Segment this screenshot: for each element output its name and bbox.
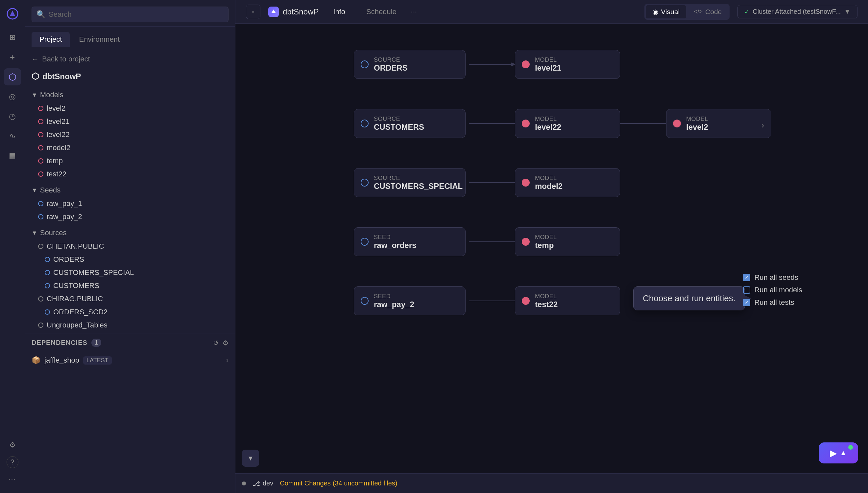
- model-test22-type: Model: [535, 293, 558, 300]
- project-name: dbtSnowP: [42, 72, 81, 81]
- clock-icon[interactable]: ◷: [4, 108, 21, 125]
- tree-item-level22[interactable]: level22: [25, 128, 235, 141]
- search-box[interactable]: 🔍 Search: [32, 6, 228, 22]
- chart-icon[interactable]: ∿: [4, 127, 21, 145]
- raw-pay-1-dot: [38, 201, 43, 206]
- collapse-sidebar-button[interactable]: «: [246, 5, 260, 19]
- search-icon: 🔍: [37, 10, 45, 19]
- tab-environment[interactable]: Environment: [71, 32, 127, 47]
- left-nav: ⊞ + ⬡ ◎ ◷ ∿ ▦ ⚙ ? ···: [0, 0, 25, 493]
- refresh-icon[interactable]: ↺: [213, 339, 219, 347]
- back-to-project[interactable]: ← Back to project: [25, 52, 235, 69]
- model-temp-name: temp: [535, 241, 557, 250]
- seed-raw-pay-2-node[interactable]: Seed raw_pay_2: [354, 286, 466, 315]
- more-dots-icon[interactable]: ···: [4, 471, 21, 488]
- settings-icon[interactable]: ⚙: [4, 436, 21, 454]
- graph-icon[interactable]: ⬡: [4, 68, 21, 85]
- target-icon[interactable]: ◎: [4, 88, 21, 105]
- tree-item-orders[interactable]: ORDERS: [25, 253, 235, 266]
- cluster-attached-button[interactable]: ✓ Cluster Attached (testSnowF... ▼: [738, 5, 857, 18]
- run-seeds-checkbox[interactable]: ✓: [743, 274, 750, 281]
- run-all-tests-option[interactable]: ✓ Run all tests: [743, 298, 802, 307]
- source-customers-special-type: Source: [374, 175, 463, 181]
- dep-chevron-icon: ›: [226, 356, 228, 365]
- model-level22-type: Model: [535, 115, 561, 123]
- tab-icon: [268, 6, 279, 17]
- run-all-seeds-option[interactable]: ✓ Run all seeds: [743, 273, 802, 282]
- model-temp-type: Model: [535, 234, 557, 241]
- dependency-jaffle-shop[interactable]: 📦 jaffle_shop LATEST ›: [25, 352, 235, 368]
- run-status-dot: [848, 445, 853, 450]
- tree-item-ungrouped[interactable]: Ungrouped_Tables: [25, 319, 235, 332]
- chirag-dot: [38, 296, 43, 301]
- settings-dep-icon[interactable]: ⚙: [223, 339, 228, 347]
- level21-dot: [38, 119, 43, 124]
- branch-icon: ⎇: [253, 479, 260, 488]
- scroll-down-button[interactable]: ▼: [242, 450, 259, 467]
- home-icon[interactable]: ⊞: [4, 29, 21, 46]
- tree-item-customers[interactable]: CUSTOMERS: [25, 279, 235, 292]
- model-model2-node[interactable]: Model model2: [515, 168, 620, 197]
- model-level21-node[interactable]: Model level21: [515, 50, 620, 79]
- model-model2-type: Model: [535, 175, 563, 181]
- branch-label: ⎇ dev: [253, 479, 273, 488]
- logo-icon[interactable]: [4, 5, 21, 22]
- run-tests-label: Run all tests: [754, 298, 794, 307]
- dependencies-section: DEPENDENCIES 1 ↺ ⚙: [25, 333, 235, 352]
- back-arrow-icon: ←: [32, 55, 39, 63]
- tree-item-chirag-public[interactable]: CHIRAG.PUBLIC: [25, 292, 235, 305]
- visual-icon: ◉: [652, 8, 658, 16]
- run-options-panel: ✓ Run all seeds Run all models ✓ Run all…: [743, 273, 802, 307]
- commit-label: Commit Changes: [280, 479, 331, 487]
- commit-changes-button[interactable]: Commit Changes (34 uncommitted files): [280, 479, 397, 487]
- run-models-checkbox[interactable]: [743, 286, 750, 294]
- run-tests-checkbox[interactable]: ✓: [743, 299, 750, 306]
- nav-info-button[interactable]: Info: [326, 5, 352, 19]
- model-temp-node[interactable]: Model temp: [515, 227, 620, 256]
- top-bar: « dbtSnowP Info Schedule ··· ◉ Visual </…: [236, 0, 868, 24]
- model-level2-node[interactable]: Model level2: [666, 109, 771, 138]
- tree-item-model2[interactable]: model2: [25, 141, 235, 154]
- source-orders-node[interactable]: Source ORDERS: [354, 50, 466, 79]
- tree-item-raw-pay-1[interactable]: raw_pay_1: [25, 197, 235, 210]
- nav-schedule-button[interactable]: Schedule: [360, 5, 403, 19]
- add-icon[interactable]: +: [4, 49, 21, 66]
- model-test22-node[interactable]: Model test22: [515, 286, 620, 315]
- seed-raw-orders-node[interactable]: Seed raw_orders: [354, 227, 466, 256]
- tree-item-test22[interactable]: test22: [25, 168, 235, 181]
- expand-icon: ▲: [840, 449, 847, 457]
- help-icon[interactable]: ?: [6, 456, 18, 468]
- model-level22-name: level22: [535, 123, 561, 132]
- seeds-header[interactable]: ▼ Seeds: [25, 183, 235, 197]
- tree-item-orders-scd2[interactable]: ORDERS_SCD2: [25, 305, 235, 319]
- view-code-button[interactable]: </> Code: [687, 5, 728, 18]
- models-section: ▼ Models level2 level21 level22 model2: [25, 87, 235, 182]
- view-visual-button[interactable]: ◉ Visual: [646, 5, 686, 18]
- source-customers-special-dot: [361, 179, 368, 187]
- search-input-placeholder[interactable]: Search: [49, 10, 72, 19]
- tree-item-chetan-public[interactable]: CHETAN.PUBLIC: [25, 240, 235, 253]
- tab-project[interactable]: Project: [32, 32, 70, 47]
- panel-tabs: Project Environment: [25, 27, 235, 47]
- run-all-models-option[interactable]: Run all models: [743, 286, 802, 294]
- seed-raw-orders-dot: [361, 238, 368, 246]
- tree-item-level21[interactable]: level21: [25, 115, 235, 128]
- source-customers-dot: [361, 120, 368, 127]
- active-tab-label: dbtSnowP: [268, 6, 319, 17]
- model-level22-node[interactable]: Model level22: [515, 109, 620, 138]
- sources-header[interactable]: ▼ Sources: [25, 226, 235, 240]
- tree-item-level2[interactable]: level2: [25, 102, 235, 115]
- tree-item-raw-pay-2[interactable]: raw_pay_2: [25, 210, 235, 223]
- tree-item-temp[interactable]: temp: [25, 154, 235, 168]
- monitor-icon[interactable]: ▦: [4, 147, 21, 164]
- tree-item-customers-special[interactable]: CUSTOMERS_SPECIAL: [25, 266, 235, 279]
- level2-dot: [38, 106, 43, 111]
- nav-more-button[interactable]: ···: [411, 7, 417, 16]
- run-button[interactable]: ▶ ▲: [819, 443, 858, 464]
- source-customers-special-node[interactable]: Source CUSTOMERS_SPECIAL: [354, 168, 466, 197]
- model-level21-name: level21: [535, 63, 561, 72]
- models-header[interactable]: ▼ Models: [25, 88, 235, 102]
- source-customers-node[interactable]: Source CUSTOMERS: [354, 109, 466, 138]
- orders-scd2-dot: [45, 309, 50, 315]
- panel-content: ← Back to project ⬡ dbtSnowP ▼ Models le…: [25, 47, 235, 493]
